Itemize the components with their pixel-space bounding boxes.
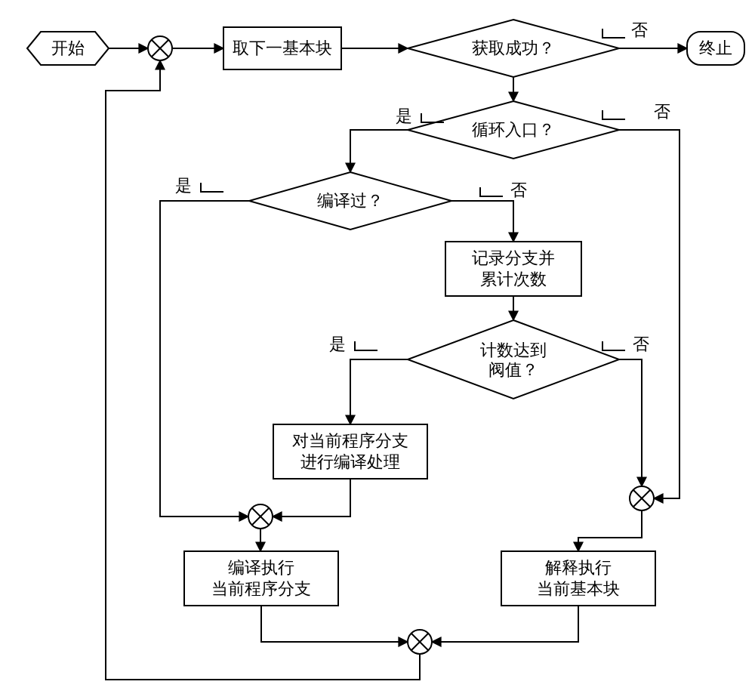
decision-success: 获取成功？ [408, 20, 619, 77]
decision-threshold-l1: 计数达到 [480, 341, 547, 359]
compile-label-l1: 对当前程序分支 [292, 431, 408, 450]
exec-compile-l1: 编译执行 [228, 558, 294, 577]
exec-interp-l1: 解释执行 [545, 558, 612, 577]
decision-loopentry-label: 循环入口？ [472, 120, 555, 139]
label-threshold-no: 否 [633, 335, 649, 353]
record-label-l2: 累计次数 [480, 270, 547, 288]
record-node: 记录分支并 累计次数 [445, 242, 581, 296]
label-success-no: 否 [631, 20, 648, 39]
decision-loopentry: 循环入口？ [408, 101, 619, 159]
label-compiled-no: 否 [510, 180, 527, 199]
exec-compile-node: 编译执行 当前程序分支 [184, 551, 338, 606]
exec-interp-l2: 当前基本块 [537, 579, 620, 598]
edge-conn-exec-interp2 [578, 510, 642, 551]
decision-success-label: 获取成功？ [472, 39, 555, 57]
connector-compile [248, 504, 273, 529]
edge-execinterp-bottom [432, 606, 578, 642]
fetch-label: 取下一基本块 [233, 39, 332, 57]
tag-success-no [602, 29, 625, 38]
edge-loopentry-no [619, 130, 680, 498]
edge-compiled-no [451, 201, 513, 242]
label-threshold-yes: 是 [329, 335, 346, 353]
tag-loopentry-no [602, 110, 625, 119]
tag-compiled-yes [201, 183, 223, 192]
connector-bottom [408, 630, 432, 654]
fetch-node: 取下一基本块 [223, 27, 341, 69]
end-label: 终止 [699, 39, 732, 57]
edge-compiled-yes [160, 201, 249, 517]
decision-compiled-label: 编译过？ [317, 191, 384, 210]
label-loopentry-no: 否 [654, 102, 670, 121]
tag-compiled-no [480, 187, 503, 196]
start-node: 开始 [27, 32, 109, 65]
connector-interp [630, 486, 654, 510]
connector-start [148, 36, 172, 60]
exec-interp-node: 解释执行 当前基本块 [501, 551, 655, 606]
record-label-l1: 记录分支并 [472, 248, 555, 267]
compile-node: 对当前程序分支 进行编译处理 [273, 424, 427, 479]
start-label: 开始 [51, 39, 85, 57]
edge-threshold-no [619, 359, 642, 486]
compile-label-l2: 进行编译处理 [300, 452, 400, 471]
end-node: 终止 [687, 32, 744, 65]
decision-compiled: 编译过？ [249, 172, 451, 230]
exec-compile-l2: 当前程序分支 [211, 579, 311, 598]
decision-threshold: 计数达到 阀值？ [408, 320, 619, 399]
tag-threshold-yes [355, 341, 378, 350]
label-success-yes: 是 [396, 106, 412, 125]
edge-execcompile-bottom [261, 606, 408, 642]
tag-threshold-no [602, 341, 625, 350]
decision-threshold-l2: 阀值？ [488, 360, 538, 379]
edge-loopentry-yes [350, 130, 408, 172]
edge-threshold-yes [350, 359, 408, 424]
label-compiled-yes: 是 [175, 176, 192, 195]
edge-compilebox-conn [273, 479, 350, 517]
